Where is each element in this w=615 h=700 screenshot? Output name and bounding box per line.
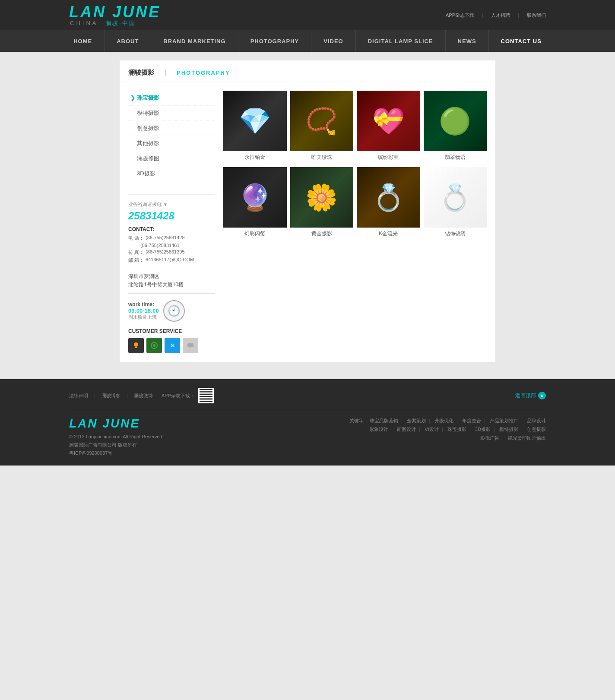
nav-item-video[interactable]: VIDEO bbox=[311, 30, 355, 52]
sidebar-contact: 业务咨询请拨电 ▼ 25831428 CONTACT: 电 话： (86-755… bbox=[128, 194, 215, 353]
svg-text:S: S bbox=[171, 343, 174, 348]
jewel-icon-2: 📿 bbox=[305, 106, 338, 136]
fax-number: (86-755)25831395 bbox=[146, 249, 185, 256]
qq-icon bbox=[132, 341, 140, 350]
nav-item-brand[interactable]: BRAND MARKETING bbox=[151, 30, 238, 52]
customer-service: CUSTOMER SERVICE bbox=[128, 328, 215, 353]
grid-row-1: 💎 永恒铂金 📿 唯美珍珠 💝 缤纷彩宝 bbox=[223, 91, 487, 164]
grid-item-jade[interactable]: 🟢 翡翠物语 bbox=[424, 91, 487, 164]
work-time: work time: 09:00-18:00 周末照常上班 🕙 bbox=[128, 300, 215, 322]
keyword-13[interactable]: 影视广告 bbox=[480, 435, 499, 440]
contact-divider bbox=[128, 268, 215, 268]
keyword-11[interactable]: 模特摄影 bbox=[499, 427, 518, 432]
sidebar-item-3d[interactable]: 3D摄影 bbox=[128, 166, 215, 181]
footer-sep-1: ｜ bbox=[92, 393, 97, 399]
contact-divider-2 bbox=[128, 293, 215, 294]
back-top-button[interactable]: 返回顶部 ▲ bbox=[515, 392, 546, 399]
logo-main: LAN JUNE bbox=[69, 3, 161, 21]
jewel-icon-3: 💝 bbox=[372, 106, 405, 136]
jewel-icon-8: 💍 bbox=[439, 182, 471, 213]
cs-icon-chat[interactable] bbox=[183, 338, 198, 353]
keyword-7[interactable]: 画图设计 bbox=[397, 427, 416, 432]
footer-copy: © 2013 Lanjunchina.com All Right Reserve… bbox=[69, 433, 163, 457]
keyword-6[interactable]: 形象设计 bbox=[369, 427, 388, 432]
footer-links: 法律声明 ｜ 澜骏博客 ｜ 澜骏微博 bbox=[69, 393, 153, 399]
grid-item-kgold[interactable]: 💍 K金流光 bbox=[357, 167, 420, 240]
keyword-10[interactable]: 3D摄影 bbox=[475, 427, 491, 432]
grid-item-platinum[interactable]: 💎 永恒铂金 bbox=[223, 91, 287, 164]
keyword-0[interactable]: 珠宝品牌营销 bbox=[370, 418, 398, 423]
sidebar-item-retouch[interactable]: 澜骏修图 bbox=[128, 151, 215, 166]
footer-link-legal[interactable]: 法律声明 bbox=[69, 393, 88, 399]
nav: HOME ABOUT BRAND MARKETING PHOTOGRAPHY V… bbox=[0, 30, 615, 52]
footer-app-label: APP杂志下载： bbox=[162, 393, 195, 399]
contact-tel-1: 电 话： (86-755)25831428 bbox=[128, 235, 215, 241]
grid-item-colorstone[interactable]: 💝 缤纷彩宝 bbox=[357, 91, 420, 164]
nav-item-home[interactable]: HOME bbox=[61, 30, 105, 52]
keyword-2[interactable]: 升级优化 bbox=[434, 418, 453, 423]
grid-img-diamond: 💍 bbox=[424, 167, 487, 228]
grid-item-pearl[interactable]: 📿 唯美珍珠 bbox=[290, 91, 354, 164]
sidebar-item-creative[interactable]: 创意摄影 bbox=[128, 121, 215, 136]
logo-china: CHINA bbox=[70, 20, 98, 26]
footer-link-weibo[interactable]: 澜骏微博 bbox=[134, 393, 153, 399]
grid-caption-2: 唯美珍珠 bbox=[290, 151, 354, 164]
contact-label-text: 业务咨询请拨电 bbox=[128, 201, 162, 208]
grid-caption-4: 翡翠物语 bbox=[424, 151, 487, 164]
header-link-app[interactable]: APP杂志下载 bbox=[446, 12, 474, 19]
work-label: work time: bbox=[128, 301, 159, 307]
contact-label: 业务咨询请拨电 ▼ bbox=[128, 201, 215, 208]
footer-keywords: 关键字： 珠宝品牌营销｜ 全案策划｜ 升级优化｜ 年度整合｜ 产品策划推广｜ 品… bbox=[349, 417, 546, 442]
clock-icon: 🕙 bbox=[163, 300, 185, 322]
qr-inner bbox=[200, 389, 212, 402]
jewel-icon-1: 💎 bbox=[239, 106, 271, 136]
logo: LAN JUNE CHINA 澜骏·中国 bbox=[69, 3, 161, 27]
header-link-recruit[interactable]: 人才招聘 bbox=[491, 12, 510, 19]
work-note: 周末照常上班 bbox=[128, 314, 159, 320]
contact-mail: 邮 箱： 641465117@QQ.COM bbox=[128, 257, 215, 263]
keyword-5[interactable]: 品牌设计 bbox=[527, 418, 546, 423]
tel-number-1: (86-755)25831428 bbox=[146, 235, 185, 241]
nav-item-about[interactable]: ABOUT bbox=[105, 30, 151, 52]
footer: 法律声明 ｜ 澜骏博客 ｜ 澜骏微博 APP杂志下载： 返回顶部 ▲ LAN J… bbox=[0, 379, 615, 466]
skype-icon: S bbox=[168, 341, 177, 350]
nav-item-contact[interactable]: CONTACT US bbox=[489, 30, 554, 52]
grid-item-gold[interactable]: 🌼 黄金摄影 bbox=[290, 167, 354, 240]
cs-icon-service[interactable] bbox=[146, 338, 162, 353]
footer-link-blog[interactable]: 澜骏博客 bbox=[101, 393, 120, 399]
keyword-12[interactable]: 创意摄影 bbox=[527, 427, 546, 432]
page-title-en: PHOTOGRAPHY bbox=[177, 70, 230, 76]
keyword-8[interactable]: VI设计 bbox=[425, 427, 438, 432]
keyword-1[interactable]: 全案策划 bbox=[407, 418, 426, 423]
contact-tel-2: (86-755)25831461 bbox=[128, 243, 215, 248]
cs-icon-skype[interactable]: S bbox=[165, 338, 180, 353]
grid-caption-6: 黄金摄影 bbox=[290, 228, 354, 240]
svg-rect-6 bbox=[187, 343, 193, 347]
nav-item-news[interactable]: NEWS bbox=[446, 30, 489, 52]
sidebar-item-other[interactable]: 其他摄影 bbox=[128, 136, 215, 151]
logo-sub: CHINA 澜骏·中国 bbox=[69, 19, 161, 27]
keyword-4[interactable]: 产品策划推广 bbox=[490, 418, 518, 423]
footer-sep-2: ｜ bbox=[125, 393, 130, 399]
keyword-9[interactable]: 珠宝摄影 bbox=[447, 427, 466, 432]
logo-cn: 澜骏·中国 bbox=[105, 20, 136, 26]
footer-app: APP杂志下载： bbox=[162, 388, 214, 403]
footer-right: 关键字： 珠宝品牌营销｜ 全案策划｜ 升级优化｜ 年度整合｜ 产品策划推广｜ 品… bbox=[349, 417, 546, 457]
work-time-text: work time: 09:00-18:00 周末照常上班 bbox=[128, 301, 159, 320]
grid-caption-5: 幻彩闪玺 bbox=[223, 228, 287, 240]
content-area: 珠宝摄影 模特摄影 创意摄影 其他摄影 澜骏修图 3D摄影 业务咨询请拨电 ▼ … bbox=[120, 82, 495, 362]
sidebar-item-jewelry[interactable]: 珠宝摄影 bbox=[128, 91, 215, 106]
grid-item-diamond[interactable]: 💍 钻饰锦绣 bbox=[424, 167, 487, 240]
header-link-contact[interactable]: 联系我们 bbox=[527, 12, 546, 19]
grid-item-crystal[interactable]: 🔮 幻彩闪玺 bbox=[223, 167, 287, 240]
keyword-14[interactable]: 绝光烫印图片输出 bbox=[508, 435, 546, 440]
cs-icon-qq[interactable] bbox=[128, 338, 144, 353]
nav-item-digital[interactable]: DIGITAL LAMP SLICE bbox=[356, 30, 446, 52]
keyword-3[interactable]: 年度整合 bbox=[462, 418, 481, 423]
footer-logo: LAN JUNE bbox=[69, 417, 163, 431]
sidebar-item-model[interactable]: 模特摄影 bbox=[128, 106, 215, 121]
grid-row-2: 🔮 幻彩闪玺 🌼 黄金摄影 💍 K金流光 bbox=[223, 167, 487, 240]
svg-point-0 bbox=[134, 342, 138, 347]
nav-item-photography[interactable]: PHOTOGRAPHY bbox=[238, 30, 312, 52]
jewel-icon-5: 🔮 bbox=[239, 182, 271, 213]
